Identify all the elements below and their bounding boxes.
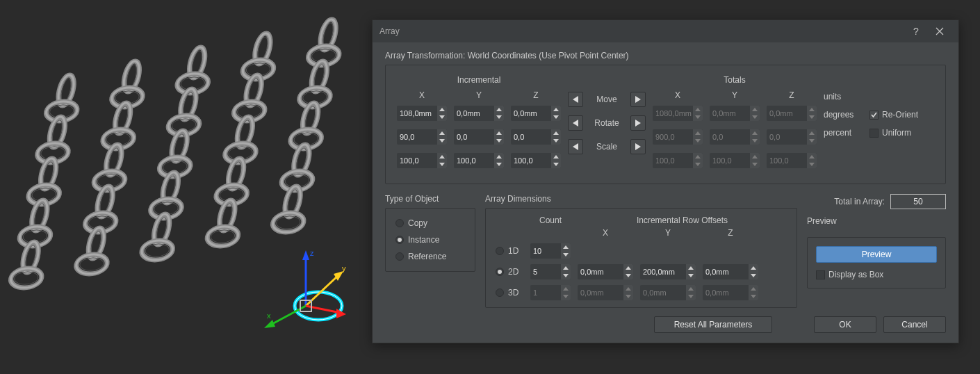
move-gizmo[interactable]: z y x — [264, 243, 361, 327]
svg-marker-69 — [688, 274, 694, 277]
dim-2d-radio[interactable]: 2D — [496, 267, 523, 277]
axis-x: X — [397, 90, 447, 100]
svg-marker-40 — [573, 120, 578, 127]
dim-2d-y-spinner[interactable]: 200,0mm — [640, 264, 696, 279]
svg-marker-25 — [553, 115, 559, 119]
move-right-btn[interactable] — [630, 92, 646, 107]
dim-3d-count-spinner[interactable]: 1 — [530, 285, 571, 300]
reorient-checkbox[interactable]: Re-Orient — [869, 110, 918, 120]
svg-marker-79 — [751, 295, 756, 298]
move-left-btn[interactable] — [568, 92, 583, 107]
svg-marker-59 — [752, 163, 758, 166]
type-copy-radio[interactable]: Copy — [395, 218, 465, 228]
ok-button[interactable]: OK — [814, 316, 876, 333]
type-reference-radio[interactable]: Reference — [395, 252, 465, 261]
dialog-titlebar[interactable]: Array ? — [373, 20, 958, 42]
rotate-left-btn[interactable] — [568, 115, 583, 131]
svg-marker-34 — [496, 155, 502, 158]
scale-inc-y-spinner[interactable]: 100,0 — [454, 153, 504, 168]
svg-marker-44 — [695, 108, 701, 111]
display-as-box-label: Display as Box — [828, 270, 883, 279]
rotate-tot-x-spinner[interactable]: 900,0 — [653, 129, 703, 145]
move-tot-y-spinner[interactable]: 0,0mm — [710, 106, 760, 121]
units-label: units — [824, 92, 863, 101]
dim-axis-y: Y — [640, 228, 696, 238]
svg-marker-57 — [695, 163, 701, 166]
rotate-label: Rotate — [590, 118, 623, 128]
axis-y: Y — [454, 90, 504, 100]
scale-tot-y-spinner[interactable]: 100,0 — [710, 153, 760, 168]
svg-marker-48 — [809, 108, 815, 111]
type-instance-radio[interactable]: Instance — [395, 235, 465, 245]
uniform-label: Uniform — [882, 128, 911, 138]
svg-marker-42 — [573, 143, 578, 150]
total-label: Total in Array: — [834, 197, 885, 206]
move-tot-z-spinner[interactable]: 0,0mm — [767, 106, 817, 121]
svg-marker-22 — [496, 108, 502, 111]
close-button[interactable] — [928, 23, 952, 40]
svg-marker-58 — [752, 155, 758, 158]
dim-3d-radio[interactable]: 3D — [496, 288, 523, 298]
svg-marker-67 — [626, 274, 631, 277]
svg-marker-55 — [809, 139, 815, 143]
dim-3d-y-spinner[interactable]: 0,0mm — [640, 285, 696, 300]
uniform-checkbox[interactable]: Uniform — [869, 128, 911, 138]
scale-right-btn[interactable] — [630, 139, 646, 154]
rotate-inc-x-spinner[interactable]: 90,0 — [397, 129, 447, 145]
display-as-box-checkbox[interactable]: Display as Box — [816, 270, 937, 279]
offsets-header: Incremental Row Offsets — [578, 216, 787, 225]
totals-header: Totals — [653, 75, 817, 85]
rotate-inc-y-spinner[interactable]: 0,0 — [454, 129, 504, 145]
svg-marker-41 — [635, 120, 641, 127]
rotate-tot-z-spinner[interactable]: 0,0 — [767, 129, 817, 145]
dim-1d-count-spinner[interactable]: 10 — [530, 243, 571, 259]
reorient-label: Re-Orient — [882, 110, 918, 120]
dim-3d-x-spinner[interactable]: 0,0mm — [578, 285, 633, 300]
transformation-fieldset: Incremental X Y Z 108,0mm 0,0mm 0,0mm 9 — [385, 65, 946, 184]
svg-marker-46 — [752, 108, 758, 111]
rotate-right-btn[interactable] — [630, 115, 646, 131]
viewport-3d[interactable]: z y x — [0, 0, 375, 374]
dim-2d-x-spinner[interactable]: 0,0mm — [578, 264, 633, 279]
scale-tot-x-spinner[interactable]: 100,0 — [653, 153, 703, 168]
dim-3d-z-spinner[interactable]: 0,0mm — [703, 285, 758, 300]
reset-button[interactable]: Reset All Parameters — [654, 316, 772, 333]
rotate-inc-z-spinner[interactable]: 0,0 — [511, 129, 561, 145]
dim-2d-count-spinner[interactable]: 5 — [530, 264, 571, 279]
rotate-tot-y-spinner[interactable]: 0,0 — [710, 129, 760, 145]
svg-marker-51 — [695, 139, 701, 143]
move-inc-y-spinner[interactable]: 0,0mm — [454, 106, 504, 121]
svg-marker-23 — [496, 115, 502, 119]
scale-label: Scale — [590, 142, 623, 152]
svg-marker-20 — [439, 108, 445, 111]
scale-inc-z-spinner[interactable]: 100,0 — [511, 153, 561, 168]
help-button[interactable]: ? — [904, 23, 928, 40]
scale-left-btn[interactable] — [568, 139, 583, 154]
svg-marker-77 — [688, 295, 694, 298]
svg-marker-35 — [496, 163, 502, 166]
svg-marker-63 — [563, 253, 569, 257]
svg-marker-36 — [553, 155, 559, 158]
move-tot-x-spinner[interactable]: 1080,0mm — [653, 106, 703, 121]
dim-1d-radio[interactable]: 1D — [496, 246, 523, 256]
svg-marker-37 — [553, 163, 559, 166]
svg-marker-15 — [264, 320, 275, 328]
svg-marker-28 — [496, 131, 502, 135]
svg-marker-47 — [752, 115, 758, 119]
dim-2d-z-spinner[interactable]: 0,0mm — [703, 264, 758, 279]
svg-marker-70 — [751, 266, 756, 270]
scale-inc-x-spinner[interactable]: 100,0 — [397, 153, 447, 168]
degrees-label: degrees — [824, 110, 863, 120]
svg-marker-38 — [573, 96, 578, 103]
total-value: 50 — [890, 194, 946, 209]
preview-button[interactable]: Preview — [816, 246, 937, 263]
move-inc-x-spinner[interactable]: 108,0mm — [397, 106, 447, 121]
svg-marker-33 — [439, 163, 445, 166]
move-inc-z-spinner[interactable]: 0,0mm — [511, 106, 561, 121]
cancel-button[interactable]: Cancel — [883, 316, 946, 333]
axis-x-t: X — [653, 90, 703, 100]
svg-marker-75 — [626, 295, 631, 298]
svg-marker-71 — [751, 274, 756, 277]
svg-marker-74 — [626, 287, 631, 291]
scale-tot-z-spinner[interactable]: 100,0 — [767, 153, 817, 168]
